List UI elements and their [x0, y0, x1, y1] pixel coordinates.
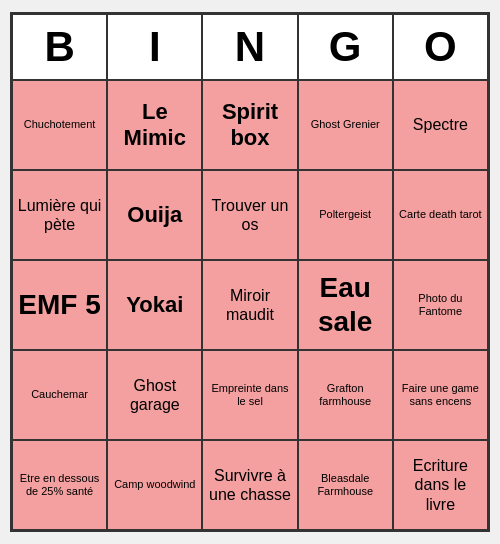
bingo-cell[interactable]: Ghost Grenier [298, 80, 393, 170]
bingo-cell[interactable]: Eau sale [298, 260, 393, 350]
bingo-cell[interactable]: Trouver un os [202, 170, 297, 260]
bingo-cell[interactable]: Cauchemar [12, 350, 107, 440]
bingo-cell[interactable]: Photo du Fantome [393, 260, 488, 350]
bingo-cell[interactable]: Bleasdale Farmhouse [298, 440, 393, 530]
bingo-cell[interactable]: Ghost garage [107, 350, 202, 440]
bingo-cell[interactable]: Poltergeist [298, 170, 393, 260]
bingo-cell[interactable]: Grafton farmhouse [298, 350, 393, 440]
bingo-cell[interactable]: Survivre à une chasse [202, 440, 297, 530]
bingo-grid: ChuchotementLe MimicSpirit boxGhost Gren… [12, 80, 488, 530]
bingo-cell[interactable]: Carte death tarot [393, 170, 488, 260]
bingo-cell[interactable]: EMF 5 [12, 260, 107, 350]
header-letter: O [393, 14, 488, 80]
bingo-cell[interactable]: Chuchotement [12, 80, 107, 170]
header-letter: N [202, 14, 297, 80]
bingo-cell[interactable]: Le Mimic [107, 80, 202, 170]
bingo-cell[interactable]: Lumière qui pète [12, 170, 107, 260]
bingo-cell[interactable]: Etre en dessous de 25% santé [12, 440, 107, 530]
header-letter: I [107, 14, 202, 80]
bingo-cell[interactable]: Faire une game sans encens [393, 350, 488, 440]
header-letter: G [298, 14, 393, 80]
bingo-cell[interactable]: Empreinte dans le sel [202, 350, 297, 440]
bingo-cell[interactable]: Yokai [107, 260, 202, 350]
bingo-cell[interactable]: Camp woodwind [107, 440, 202, 530]
bingo-cell[interactable]: Miroir maudit [202, 260, 297, 350]
bingo-header: BINGO [12, 14, 488, 80]
bingo-cell[interactable]: Spectre [393, 80, 488, 170]
bingo-cell[interactable]: Ecriture dans le livre [393, 440, 488, 530]
bingo-cell[interactable]: Spirit box [202, 80, 297, 170]
bingo-cell[interactable]: Ouija [107, 170, 202, 260]
header-letter: B [12, 14, 107, 80]
bingo-card: BINGO ChuchotementLe MimicSpirit boxGhos… [10, 12, 490, 532]
